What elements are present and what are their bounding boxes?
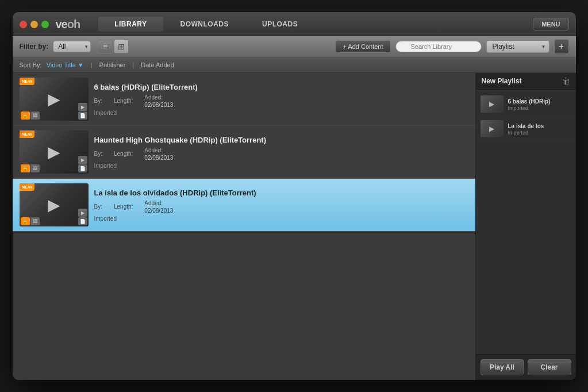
play-icon-3: ▶: [48, 195, 60, 214]
source-3: Imported: [94, 216, 468, 222]
meta-added-1: Added: 02/08/2013: [144, 94, 173, 108]
pl-thumbnail-1: ▶: [481, 95, 504, 113]
search-input[interactable]: [395, 41, 482, 52]
sort-divider-1: |: [91, 62, 93, 68]
search-wrapper: 🔍: [395, 41, 482, 52]
minimize-button[interactable]: [30, 21, 38, 28]
thumb-icons-row-3: 🔒 🖼: [21, 217, 40, 225]
added-label-1: Added:: [144, 94, 173, 101]
play-icon-2: ▶: [48, 143, 60, 162]
by-label-2: By:: [94, 151, 102, 157]
thumb-icon-info-2: 📄: [78, 164, 87, 172]
sort-bar: Sort By: Video Title ▼ | Publisher | Dat…: [13, 57, 576, 73]
pl-play-icon-1: ▶: [489, 100, 494, 108]
meta-by-1: By:: [94, 98, 102, 104]
add-content-button[interactable]: + Add Content: [335, 40, 390, 53]
sort-arrow-icon: ▼: [78, 62, 84, 68]
thumb-icon-play-3: ▶: [78, 209, 87, 217]
by-label-3: By:: [94, 203, 102, 210]
meta-by-3: By:: [94, 203, 102, 210]
sort-divider-2: |: [132, 62, 134, 68]
thumbnail-wrapper-1: ▶ NEW ▶ 📄 🔒 🖼: [20, 78, 89, 121]
thumb-icons-3: ▶ 📄: [78, 209, 87, 225]
added-value-2: 02/08/2013: [144, 155, 173, 161]
thumb-icons-row-1: 🔒 🖼: [21, 112, 40, 120]
item-meta-2: By: Length: Added: 02/08/2013: [94, 147, 468, 161]
source-1: Imported: [94, 110, 468, 116]
menu-button[interactable]: MENU: [533, 18, 568, 30]
play-all-button[interactable]: Play All: [481, 359, 524, 375]
thumb-icon-img-2: 🖼: [30, 164, 40, 172]
sort-video-title[interactable]: Video Title ▼: [47, 62, 84, 68]
close-button[interactable]: [20, 21, 27, 28]
playlist-sidebar: New Playlist 🗑 ▶ 6 balas (HDRip) Importe…: [475, 73, 576, 380]
view-buttons: ≡ ⊞: [98, 40, 129, 53]
new-badge-3: NEW: [20, 183, 35, 191]
new-badge-1: NEW: [20, 78, 35, 85]
pl-info-2: La isla de los Imported: [508, 122, 571, 136]
pl-info-1: 6 balas (HDRip) Imported: [508, 98, 571, 111]
library-item-2[interactable]: ▶ NEW ▶ 📄 🔒 🖼 Haunted High Ghostquake (H…: [13, 126, 475, 179]
added-value-3: 02/08/2013: [144, 207, 173, 214]
playlist-controls: Play All Clear: [476, 354, 576, 380]
filter-select[interactable]: All Videos Music Photos: [53, 41, 91, 52]
length-label-2: Length:: [114, 151, 133, 157]
item-title-1: 6 balas (HDRip) (EliteTorrent): [94, 83, 468, 91]
added-value-1: 02/08/2013: [144, 102, 173, 108]
play-icon-1: ▶: [48, 90, 60, 109]
tab-downloads[interactable]: DOWNLOADS: [164, 17, 245, 32]
lock-icon-2: 🔒: [21, 164, 30, 172]
thumb-icon-img-3: 🖼: [30, 217, 40, 225]
added-label-3: Added:: [144, 200, 173, 206]
lock-icon-1: 🔒: [21, 112, 30, 120]
tab-library[interactable]: LIBRARY: [98, 17, 163, 32]
new-badge-2: NEW: [20, 130, 35, 138]
thumb-icon-info-3: 📄: [78, 217, 87, 225]
item-title-3: La isla de los olvidados (HDRip) (EliteT…: [94, 189, 468, 197]
app-logo: veoh: [56, 18, 80, 31]
by-label-1: By:: [94, 98, 102, 104]
lock-icon-3: 🔒: [21, 217, 30, 225]
pl-title-2: La isla de los: [508, 122, 571, 130]
thumbnail-wrapper-3: ▶ NEW ▶ 📄 🔒 🖼: [20, 183, 89, 226]
playlist-title: New Playlist: [482, 77, 522, 85]
thumb-icons-row-2: 🔒 🖼: [21, 164, 40, 172]
playlist-items: ▶ 6 balas (HDRip) Imported ▶ La isla de …: [476, 90, 576, 354]
logo-accent: oh: [67, 18, 80, 30]
clear-button[interactable]: Clear: [528, 359, 571, 375]
delete-playlist-button[interactable]: 🗑: [562, 76, 570, 86]
item-info-3: La isla de los olvidados (HDRip) (EliteT…: [94, 189, 468, 222]
playlist-header: New Playlist 🗑: [476, 73, 576, 90]
window-controls: [20, 21, 49, 28]
sort-date-added[interactable]: Date Added: [141, 62, 174, 68]
item-title-2: Haunted High Ghostquake (HDRip) (EliteTo…: [94, 136, 468, 144]
item-info-2: Haunted High Ghostquake (HDRip) (EliteTo…: [94, 136, 468, 169]
filter-select-wrapper: All Videos Music Photos: [53, 41, 91, 52]
grid-view-button[interactable]: ⊞: [114, 40, 129, 53]
item-meta-1: By: Length: Added: 02/08/2013: [94, 94, 468, 108]
meta-added-2: Added: 02/08/2013: [144, 147, 173, 161]
nav-tabs: LIBRARY DOWNLOADS UPLOADS: [97, 17, 315, 32]
filter-label: Filter by:: [20, 43, 49, 51]
playlist-select[interactable]: Playlist New Playlist My List: [486, 40, 549, 53]
add-playlist-button[interactable]: +: [554, 39, 569, 54]
thumbnail-wrapper-2: ▶ NEW ▶ 📄 🔒 🖼: [20, 130, 89, 174]
meta-added-3: Added: 02/08/2013: [144, 200, 173, 214]
tab-uploads[interactable]: UPLOADS: [246, 17, 314, 32]
pl-thumbnail-2: ▶: [481, 120, 504, 137]
list-view-button[interactable]: ≡: [98, 40, 113, 53]
length-label-1: Length:: [114, 98, 133, 104]
added-label-2: Added:: [144, 147, 173, 153]
library-item-3[interactable]: ▶ NEW ▶ 📄 🔒 🖼 La isla de los olvidados (…: [13, 179, 475, 232]
playlist-item-2[interactable]: ▶ La isla de los Imported: [476, 117, 576, 141]
playlist-item-1[interactable]: ▶ 6 balas (HDRip) Imported: [476, 92, 576, 117]
thumb-icon-info-1: 📄: [78, 112, 87, 120]
playlist-select-wrapper: Playlist New Playlist My List: [486, 40, 549, 53]
thumb-icons-1: ▶ 📄: [78, 103, 87, 120]
maximize-button[interactable]: [41, 21, 49, 28]
sort-publisher[interactable]: Publisher: [99, 62, 126, 68]
video-title-label: Video Title: [47, 62, 76, 68]
library-item-1[interactable]: ▶ NEW ▶ 📄 🔒 🖼 6 balas (HDRip) (EliteTorr…: [13, 73, 475, 126]
library-list: ▶ NEW ▶ 📄 🔒 🖼 6 balas (HDRip) (EliteTorr…: [13, 73, 475, 380]
pl-title-1: 6 balas (HDRip): [508, 98, 571, 105]
